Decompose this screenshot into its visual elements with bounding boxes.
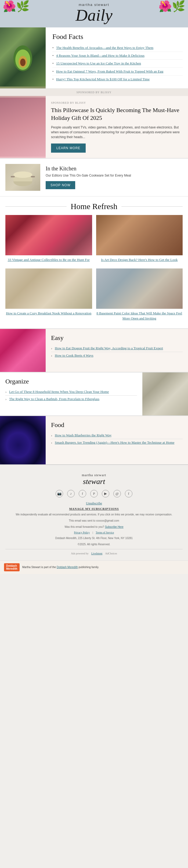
vintage-link[interactable]: 33 Vintage and Antique Collectibles to B…: [8, 258, 90, 262]
sponsored-image: [0, 96, 46, 158]
sponsored-headline: This Pillowcase Is Quickly Becoming The …: [51, 106, 183, 122]
list-item: 4 Reasons Your Soup Is Bland—and How to …: [52, 52, 183, 60]
section-line-right: [121, 206, 183, 207]
food-content: Food How to Wash Blueberries the Right W…: [46, 416, 188, 464]
breakfast-image: [5, 269, 92, 309]
liveintent-link[interactable]: LiveIntent: [91, 552, 103, 555]
svg-point-3: [20, 59, 26, 66]
manage-subscriptions-link[interactable]: MANAGE MY SUBSCRIPTIONS: [5, 507, 183, 510]
food-fact-link-2[interactable]: 4 Reasons Your Soup Is Bland—and How to …: [56, 54, 145, 58]
sponsored-label: SPONSORED BY BLISSY: [0, 89, 188, 96]
list-item: The Health Benefits of Avocados—and the …: [52, 44, 183, 52]
organize-section: Organize Let Go of These 8 Household Ite…: [0, 372, 188, 415]
learn-more-button[interactable]: LEARN MORE: [51, 144, 86, 153]
food-fact-link-1[interactable]: The Health Benefits of Avocados—and the …: [56, 46, 153, 50]
sponsored-description: People usually want TVs, video games, th…: [51, 125, 183, 140]
svg-point-6: [13, 172, 32, 178]
living-room-image: [142, 372, 188, 415]
basement-paint-link[interactable]: 8 Basement Paint Color Ideas That Will M…: [96, 311, 182, 320]
beets-link[interactable]: How to Cook Beets 4 Ways: [55, 353, 93, 358]
pinterest-icon[interactable]: P: [90, 490, 98, 497]
smash-burger-link[interactable]: Smash Burgers Are Trending (Again)—Here'…: [55, 440, 174, 444]
home-refresh-section: Home Refresh 33 Vintage and Antique Coll…: [0, 196, 188, 329]
organize-title: Organize: [5, 378, 137, 385]
food-title: Food: [51, 422, 183, 429]
footer-brand-sub: martha stewart: [5, 473, 183, 477]
cookware-icon: [9, 166, 36, 188]
footer-email-note: This email was sent to xxxxxx@gmail.com: [5, 519, 183, 523]
header-decoration-left: 🌺🌿: [3, 0, 30, 12]
footer-forwarded: Was this email forwarded to you? Subscri…: [5, 525, 183, 529]
food-fact-link-5[interactable]: Hurry! This Top KitchenAid Mixer Is $100…: [56, 77, 150, 81]
list-item: How to Eat Dragon Fruit the Right Way, A…: [51, 345, 183, 352]
breakfast-nook-link[interactable]: How to Create a Cozy Breakfast Nook With…: [6, 311, 91, 315]
unsubscribe-link[interactable]: Unsubscribe: [5, 501, 183, 505]
footer-disclaimer: We independently evaluate all recommende…: [5, 513, 183, 517]
kitchen-section: In the Kitchen Our Editors Use This On-S…: [0, 158, 188, 196]
threads-icon[interactable]: @: [113, 490, 121, 497]
dragon-fruit-link[interactable]: How to Eat Dragon Fruit the Right Way, A…: [55, 346, 163, 350]
food-facts-content: Food Facts The Health Benefits of Avocad…: [46, 27, 188, 88]
sponsored-by-label: SPONSORED BY BLISSY: [51, 101, 183, 104]
kitchen-title: In the Kitchen: [46, 165, 183, 172]
header-decoration-right: 🌺🌿: [158, 0, 185, 12]
instagram-icon[interactable]: 📷: [56, 490, 63, 497]
svg-rect-7: [31, 176, 35, 177]
easy-list: How to Eat Dragon Fruit the Right Way, A…: [51, 345, 183, 359]
footer-address: Dotdash Meredith, 225 Liberty St. 4th Fl…: [5, 536, 183, 540]
grid-item-3: How to Create a Cozy Breakfast Nook With…: [5, 269, 92, 323]
artdeco-link[interactable]: Is Art Deco Design Back? Here's How to G…: [101, 258, 178, 262]
home-refresh-title: Home Refresh: [67, 202, 121, 211]
food-facts-section: Food Facts The Health Benefits of Avocad…: [0, 27, 188, 88]
flipboard-icon[interactable]: f: [125, 490, 132, 497]
food-list: How to Wash Blueberries the Right Way Sm…: [51, 432, 183, 446]
dotdash-bar: DotdashMeredith Martha Stewart is part o…: [0, 560, 188, 574]
blueberry-link[interactable]: How to Wash Blueberries the Right Way: [55, 433, 112, 437]
organize-list: Let Go of These 8 Household Items When Y…: [5, 388, 137, 403]
food-facts-image: [0, 27, 46, 88]
food-section: Food How to Wash Blueberries the Right W…: [0, 415, 188, 464]
facebook-icon[interactable]: f: [79, 490, 86, 497]
terms-link[interactable]: Terms of Service: [96, 531, 114, 534]
ads-label: Ads powered by: [71, 552, 89, 555]
header: 🌺🌿 🌺🌿 martha stewart Daily: [0, 0, 188, 27]
grid-caption-4: 8 Basement Paint Color Ideas That Will M…: [96, 309, 183, 323]
youtube-icon[interactable]: ▶: [102, 490, 109, 497]
kitchen-text: In the Kitchen Our Editors Use This On-S…: [40, 165, 183, 189]
footer: martha stewart stewart 📷 ♪ f P ▶ @ f Uns…: [0, 464, 188, 560]
dotdash-text: Martha Stewart is part of the Dotdash Me…: [22, 566, 99, 569]
food-facts-title: Food Facts: [52, 33, 183, 41]
grid-item-4: 8 Basement Paint Color Ideas That Will M…: [96, 269, 183, 323]
organize-content: Organize Let Go of These 8 Household Ite…: [0, 372, 142, 415]
svg-rect-8: [11, 176, 15, 177]
sponsored-section: SPONSORED BY BLISSY SPONSORED BY BLISSY …: [0, 88, 188, 158]
adchoices-link: AdChoices: [105, 552, 117, 555]
tiktok-icon[interactable]: ♪: [67, 490, 75, 497]
food-facts-list: The Health Benefits of Avocados—and the …: [52, 44, 183, 83]
grid-caption-2: Is Art Deco Design Back? Here's How to G…: [96, 255, 183, 265]
privacy-policy-link[interactable]: Privacy Policy: [74, 531, 90, 534]
food-fact-link-4[interactable]: How to Eat Oatmeal 7 Ways, From Baked Wi…: [56, 69, 163, 73]
pillowcase-image: [0, 98, 46, 157]
bathtub-link[interactable]: The Right Way to Clean a Bathtub, From P…: [9, 397, 99, 401]
sponsored-text: SPONSORED BY BLISSY This Pillowcase Is Q…: [46, 96, 188, 158]
footer-brand-main: stewart: [5, 477, 183, 486]
dotdash-meredith-link[interactable]: Dotdash Meredith: [57, 566, 78, 569]
list-item: How to Wash Blueberries the Right Way: [51, 432, 183, 439]
list-item: The Right Way to Clean a Bathtub, From P…: [5, 396, 137, 403]
dotdash-logo: DotdashMeredith: [4, 563, 20, 571]
home-refresh-grid: 33 Vintage and Antique Collectibles to B…: [5, 215, 183, 323]
footer-separator: |: [92, 531, 93, 534]
list-item: Let Go of These 8 Household Items When Y…: [5, 388, 137, 396]
kitchen-description: Our Editors Use This On-Sale Cookware Se…: [46, 173, 183, 178]
kitchen-image: [5, 164, 40, 191]
grid-caption-3: How to Create a Cozy Breakfast Nook With…: [5, 309, 92, 318]
shop-now-button[interactable]: SHOP NOW: [46, 181, 75, 189]
list-item: 15 Unexpected Ways to Use an Ice Cube Tr…: [52, 60, 183, 67]
home-refresh-header: Home Refresh: [5, 202, 183, 211]
floral-image: [5, 215, 92, 255]
household-link[interactable]: Let Go of These 8 Household Items When Y…: [9, 390, 109, 394]
food-fact-link-3[interactable]: 15 Unexpected Ways to Use an Ice Cube Tr…: [56, 61, 141, 65]
subscribe-here-link[interactable]: Subscribe Here: [105, 525, 124, 528]
easy-section: Easy How to Eat Dragon Fruit the Right W…: [0, 329, 188, 372]
